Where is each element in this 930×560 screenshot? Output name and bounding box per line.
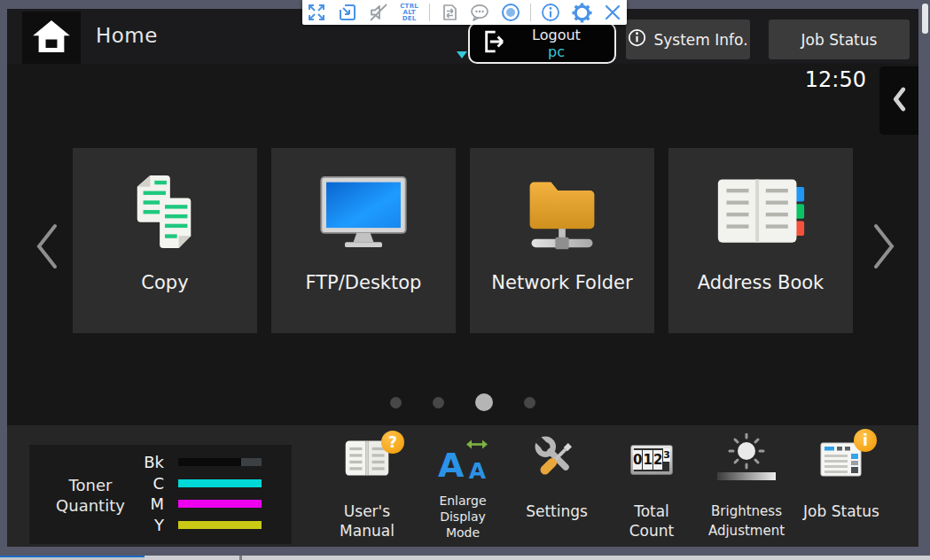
resize-arrow-icon: [465, 439, 489, 450]
audio-muted-icon: [369, 3, 388, 22]
tile-ftp-desktop[interactable]: FTP/Desktop: [271, 148, 456, 333]
tile-network-folder[interactable]: Network Folder: [470, 148, 654, 333]
network-folder-icon: [470, 164, 654, 260]
tile-address-book[interactable]: Address Book: [668, 148, 853, 333]
info-badge-icon: i: [854, 429, 877, 452]
question-badge-icon: ?: [381, 431, 404, 454]
shortcut-label: EnlargeDisplayMode: [413, 493, 512, 541]
shortcut-label: BrightnessAdjustment: [697, 502, 796, 541]
total-count-icon: 0 1 2 3: [630, 445, 673, 475]
address-book-icon: [668, 164, 853, 260]
job-status-label: Job Status: [801, 31, 878, 49]
record-icon: [501, 3, 520, 22]
close-icon: [603, 3, 622, 22]
shortcut-enlarge-display-mode[interactable]: A A EnlargeDisplayMode: [413, 434, 512, 541]
carousel-dot[interactable]: [390, 397, 402, 408]
logout-label: Logout: [507, 27, 606, 43]
remote-viewer-toolbar: CTRL ALT DEL: [302, 0, 627, 25]
chat-icon: [469, 3, 490, 22]
shortcut-users-manual[interactable]: ? User'sManual: [317, 434, 417, 541]
tile-copy[interactable]: Copy: [73, 148, 257, 333]
toolbar-divider: [530, 4, 531, 21]
carousel-dot[interactable]: [524, 397, 535, 408]
toner-quantity-panel: Toner Quantity Bk C M Y: [29, 445, 292, 544]
shortcut-settings[interactable]: Settings: [507, 434, 606, 521]
ctrl-alt-del-label: CTRL ALT DEL: [400, 4, 418, 22]
toner-bar-c: [178, 479, 262, 487]
brightness-icon: [715, 433, 778, 486]
carousel-next-button[interactable]: [869, 220, 899, 273]
carousel-dot[interactable]: [433, 397, 444, 408]
info-icon: [541, 3, 560, 22]
settings-tools-icon: [532, 433, 582, 486]
clock: 12:50: [805, 67, 866, 92]
tile-label: Copy: [73, 272, 257, 293]
file-transfer-icon: [440, 3, 459, 22]
audio-mute-button[interactable]: [364, 0, 393, 25]
enlarge-display-icon: A A: [436, 436, 489, 484]
toner-bar-m: [178, 500, 262, 508]
strip-divider: [239, 556, 242, 560]
toolbar-settings-button[interactable]: [567, 0, 596, 25]
logout-button[interactable]: Logout pc: [468, 22, 616, 64]
copy-documents-icon: [73, 164, 257, 260]
chevron-right-icon: [872, 222, 895, 270]
page-title: Home: [96, 24, 158, 47]
shortcut-brightness-adjustment[interactable]: BrightnessAdjustment: [697, 434, 796, 541]
panel-collapse-tab[interactable]: [879, 66, 918, 135]
shortcut-label: Job Status: [792, 502, 891, 521]
bottom-action-bar: Toner Quantity Bk C M Y: [7, 425, 918, 547]
strip-active-tab-underline: [0, 556, 145, 560]
system-info-label: System Info.: [653, 31, 747, 49]
toner-bar-bk: [178, 458, 262, 466]
exit-fullscreen-button[interactable]: [333, 0, 362, 25]
home-button[interactable]: [22, 12, 81, 64]
toner-bar-y: [178, 521, 262, 529]
fullscreen-button[interactable]: [302, 0, 331, 25]
gear-icon: [572, 3, 592, 23]
home-dropdown-icon[interactable]: [457, 51, 467, 58]
shortcut-label: Settings: [507, 502, 606, 521]
file-transfer-button[interactable]: [435, 0, 464, 25]
toner-row-m: M: [29, 494, 292, 512]
logout-user: pc: [507, 43, 606, 60]
shortcut-label: User'sManual: [317, 502, 417, 541]
chat-button[interactable]: [466, 0, 495, 25]
toolbar-close-button[interactable]: [598, 0, 627, 25]
job-status-button[interactable]: Job Status: [769, 19, 910, 59]
tile-label: Network Folder: [470, 272, 654, 293]
shortcut-total-count[interactable]: 0 1 2 3 TotalCount: [602, 434, 701, 541]
toner-row-c: C: [29, 474, 292, 492]
chevron-left-icon: [35, 222, 59, 270]
ctrl-alt-del-button[interactable]: CTRL ALT DEL: [395, 0, 424, 25]
fullscreen-icon: [307, 3, 326, 22]
toner-row-bk: Bk: [29, 453, 292, 471]
home-icon: [31, 18, 72, 58]
tile-label: FTP/Desktop: [271, 272, 456, 293]
record-button[interactable]: [496, 0, 525, 25]
info-icon: [628, 28, 646, 51]
shortcut-job-status[interactable]: i Job Status: [792, 434, 891, 521]
system-info-button[interactable]: System Info.: [626, 19, 750, 59]
shortcut-label: TotalCount: [602, 502, 701, 541]
background-window-strip: [0, 556, 930, 560]
toolbar-info-button[interactable]: [536, 0, 565, 25]
carousel-prev-button[interactable]: [32, 220, 62, 273]
chevron-left-icon: [892, 87, 907, 115]
shrink-window-icon: [338, 3, 357, 22]
carousel-dot[interactable]: [475, 393, 493, 411]
toner-row-y: Y: [29, 516, 292, 533]
toolbar-divider: [429, 4, 430, 21]
screenshot-root: Home Logout pc System Info. Job Status: [0, 0, 930, 560]
scrollbar-thumb[interactable]: [922, 4, 928, 34]
desktop-monitor-icon: [271, 164, 456, 260]
logout-icon: [481, 27, 507, 60]
carousel-page-dots: [7, 387, 918, 417]
mfp-screen: Home Logout pc System Info. Job Status: [7, 9, 918, 547]
tile-label: Address Book: [668, 272, 853, 293]
